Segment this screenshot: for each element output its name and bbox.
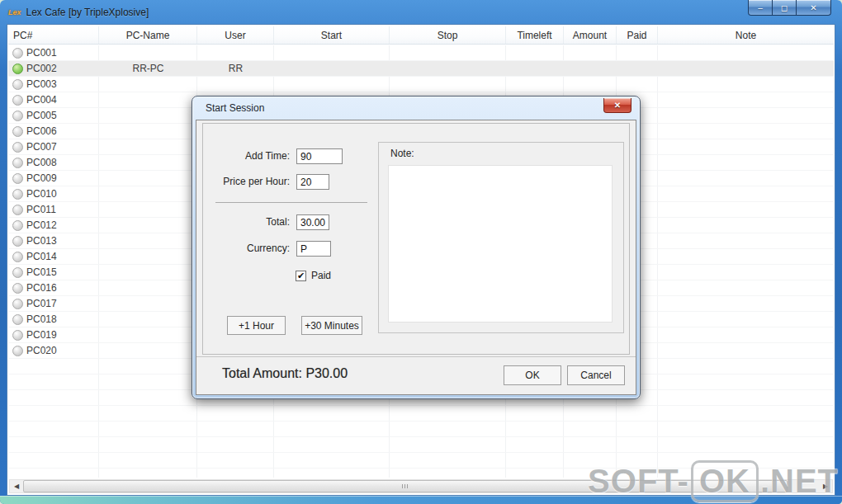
dialog-form-group: Add Time: Price per Hour: Total: Currenc… xyxy=(202,123,630,355)
watermark-ok-box: OK xyxy=(691,460,759,502)
pc-status-icon xyxy=(12,48,23,59)
cell-pc-name xyxy=(99,249,197,264)
note-panel: Note: xyxy=(378,142,624,333)
ok-button[interactable]: OK xyxy=(504,365,561,385)
dialog-footer-divider xyxy=(196,356,636,357)
window-title: Lex Cafe [by TripleXplosive] xyxy=(26,7,149,18)
form-divider xyxy=(215,202,367,203)
cell-pc-name xyxy=(99,265,197,280)
start-session-dialog: Start Session ✕ Add Time: Price per Hour… xyxy=(192,96,641,399)
column-header-paid[interactable]: Paid xyxy=(617,26,658,44)
pc-status-icon xyxy=(12,267,23,278)
dialog-close-icon: ✕ xyxy=(614,101,621,110)
total-label: Total: xyxy=(203,216,290,228)
pc-status-icon xyxy=(12,126,23,137)
cell-pc-label: PC011 xyxy=(26,204,56,215)
pc-status-icon xyxy=(12,142,23,153)
pc-status-icon xyxy=(12,299,23,309)
paid-checkbox[interactable]: ✔ xyxy=(296,271,306,281)
pc-status-icon xyxy=(12,173,23,184)
cell-pc-label: PC015 xyxy=(26,266,57,278)
scroll-left-icon[interactable]: ◀ xyxy=(10,480,23,492)
pc-status-icon xyxy=(12,314,23,325)
cell-pc-name xyxy=(99,186,197,201)
cell-pc-label: PC016 xyxy=(26,282,57,294)
pc-status-icon xyxy=(12,158,23,168)
add-1-hour-button[interactable]: +1 Hour xyxy=(227,316,286,335)
pc-status-icon xyxy=(12,346,23,356)
pc-status-icon xyxy=(12,95,23,106)
cell-pc-name xyxy=(99,202,197,217)
cell-pc-label: PC012 xyxy=(26,219,57,231)
cell-user xyxy=(197,45,274,60)
cell-pc-label: PC004 xyxy=(26,94,57,106)
app-icon: Lex xyxy=(8,8,21,16)
column-header-user[interactable]: User xyxy=(197,26,274,44)
pc-status-icon xyxy=(12,79,23,90)
cell-pc-name xyxy=(99,92,197,107)
pc-status-icon xyxy=(12,189,23,200)
cancel-button[interactable]: Cancel xyxy=(567,365,625,385)
cell-pc-label: PC007 xyxy=(26,141,57,153)
checkmark-icon: ✔ xyxy=(297,271,305,280)
close-button[interactable]: ✕ xyxy=(797,0,831,16)
column-header-stop[interactable]: Stop xyxy=(390,26,506,44)
table-row-empty xyxy=(8,422,834,437)
cell-pc-name xyxy=(99,139,197,154)
column-header-note[interactable]: Note xyxy=(658,26,834,44)
pc-status-icon xyxy=(12,252,23,262)
dialog-body: Add Time: Price per Hour: Total: Currenc… xyxy=(196,120,636,395)
table-row[interactable]: PC002 RR-PC RR xyxy=(8,61,834,77)
scrollbar-grip-icon xyxy=(402,484,409,488)
total-input[interactable] xyxy=(296,214,329,230)
cell-pc-label: PC017 xyxy=(26,298,57,309)
pc-status-icon xyxy=(12,283,23,294)
table-header: PC# PC-Name User Start Stop Timeleft Amo… xyxy=(8,26,834,45)
column-header-timeleft[interactable]: Timeleft xyxy=(506,26,564,44)
soft-ok-net-watermark: SOFT- OK .NET xyxy=(588,460,839,502)
cell-user: RR xyxy=(197,61,274,76)
cell-pc-name xyxy=(99,327,197,342)
table-row[interactable]: PC001 xyxy=(8,45,834,61)
dialog-title: Start Session xyxy=(206,102,264,114)
note-label: Note: xyxy=(390,148,414,159)
cell-pc-label: PC008 xyxy=(26,157,57,168)
pc-status-icon xyxy=(12,64,23,74)
column-header-pc-name[interactable]: PC-Name xyxy=(99,26,197,44)
currency-input[interactable] xyxy=(296,241,331,257)
cell-user xyxy=(197,77,274,92)
cell-pc-name xyxy=(99,155,197,170)
cell-pc-name xyxy=(99,77,197,92)
titlebar: Lex Lex Cafe [by TripleXplosive] – ◻ ✕ xyxy=(0,0,842,24)
price-per-hour-input[interactable] xyxy=(296,174,329,190)
table-row[interactable]: PC003 xyxy=(8,77,834,92)
pc-status-icon xyxy=(12,220,23,231)
note-textarea[interactable] xyxy=(388,165,613,323)
pc-status-icon xyxy=(12,236,23,247)
watermark-part1: SOFT- xyxy=(588,463,689,500)
pc-status-icon xyxy=(12,205,23,215)
add-time-label: Add Time: xyxy=(203,150,290,162)
minimize-button[interactable]: – xyxy=(748,0,773,16)
add-time-input[interactable] xyxy=(296,148,343,164)
column-header-start[interactable]: Start xyxy=(274,26,390,44)
add-30-minutes-button[interactable]: +30 Minutes xyxy=(301,316,362,335)
cell-pc-name xyxy=(99,296,197,311)
cell-pc-name xyxy=(99,312,197,327)
cell-pc-name xyxy=(99,280,197,295)
maximize-button[interactable]: ◻ xyxy=(773,0,797,16)
column-header-amount[interactable]: Amount xyxy=(564,26,617,44)
dialog-close-button[interactable]: ✕ xyxy=(603,98,632,113)
price-per-hour-label: Price per Hour: xyxy=(203,176,290,187)
cell-pc-label: PC020 xyxy=(26,345,57,356)
paid-label: Paid xyxy=(311,270,331,281)
cell-pc-label: PC005 xyxy=(26,110,57,121)
cell-pc-label: PC001 xyxy=(26,47,57,59)
column-header-pc[interactable]: PC# xyxy=(8,26,99,44)
cell-pc-label: PC018 xyxy=(26,313,57,325)
close-icon: ✕ xyxy=(810,3,816,12)
cell-pc-name xyxy=(99,343,197,358)
cell-pc-label: PC014 xyxy=(26,251,57,262)
cell-pc-name xyxy=(99,218,197,233)
total-amount-text: Total Amount: P30.00 xyxy=(222,366,348,381)
